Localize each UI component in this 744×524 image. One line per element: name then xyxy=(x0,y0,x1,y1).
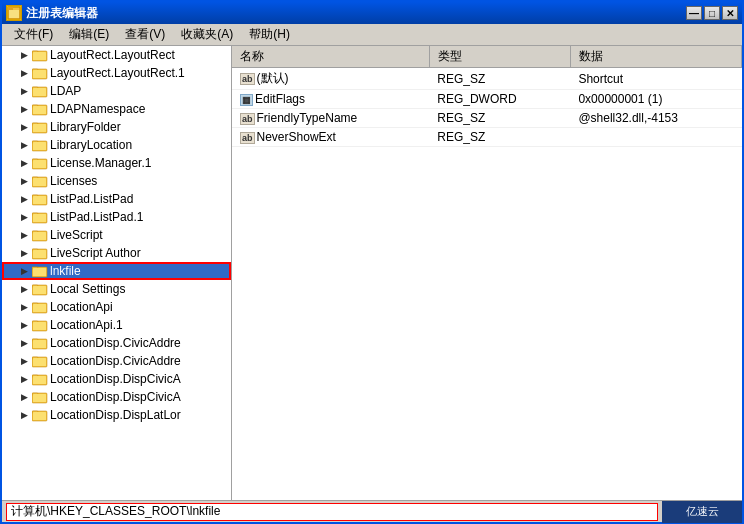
svg-rect-38 xyxy=(33,250,46,258)
tree-item[interactable]: ▶ LocationDisp.CivicAddre xyxy=(2,334,231,352)
menu-item[interactable]: 收藏夹(A) xyxy=(173,24,241,45)
expand-arrow-icon[interactable]: ▶ xyxy=(18,229,30,241)
menu-item[interactable]: 编辑(E) xyxy=(61,24,117,45)
expand-arrow-icon[interactable]: ▶ xyxy=(18,85,30,97)
folder-icon xyxy=(32,102,48,116)
expand-arrow-icon[interactable]: ▶ xyxy=(18,283,30,295)
tree-item[interactable]: ▶ LocationApi xyxy=(2,298,231,316)
folder-icon xyxy=(32,372,48,386)
right-values-panel[interactable]: 名称 类型 数据 ab(默认)REG_SZShortcut▦EditFlagsR… xyxy=(232,46,742,500)
table-row[interactable]: ▦EditFlagsREG_DWORD0x00000001 (1) xyxy=(232,90,742,109)
folder-icon xyxy=(32,120,48,134)
expand-arrow-icon[interactable]: ▶ xyxy=(18,373,30,385)
tree-item[interactable]: ▶ LayoutRect.LayoutRect xyxy=(2,46,231,64)
svg-rect-56 xyxy=(33,358,46,366)
expand-arrow-icon[interactable]: ▶ xyxy=(18,391,30,403)
tree-item-label: LocationDisp.CivicAddre xyxy=(50,354,181,368)
tree-item[interactable]: ▶ Local Settings xyxy=(2,280,231,298)
expand-arrow-icon[interactable]: ▶ xyxy=(18,49,30,61)
close-button[interactable]: ✕ xyxy=(722,6,738,20)
value-name: abNeverShowExt xyxy=(232,128,429,147)
tree-item[interactable]: ▶ LocationDisp.DispLatLor xyxy=(2,406,231,424)
tree-item[interactable]: ▶ ListPad.ListPad.1 xyxy=(2,208,231,226)
value-data: 0x00000001 (1) xyxy=(570,90,741,109)
tree-item[interactable]: ▶ LocationDisp.DispCivicA xyxy=(2,370,231,388)
value-name: abFriendlyTypeName xyxy=(232,109,429,128)
folder-icon xyxy=(32,300,48,314)
tree-item[interactable]: ▶ LiveScript xyxy=(2,226,231,244)
svg-rect-5 xyxy=(33,52,46,60)
window-title: 注册表编辑器 xyxy=(26,5,98,22)
folder-icon xyxy=(32,84,48,98)
svg-rect-53 xyxy=(33,340,46,348)
expand-arrow-icon[interactable]: ▶ xyxy=(18,337,30,349)
minimize-button[interactable]: — xyxy=(686,6,702,20)
svg-rect-62 xyxy=(33,394,46,402)
menu-item[interactable]: 文件(F) xyxy=(6,24,61,45)
value-data xyxy=(570,128,741,147)
expand-arrow-icon[interactable]: ▶ xyxy=(18,301,30,313)
value-name: ab(默认) xyxy=(232,68,429,90)
brand-text: 亿速云 xyxy=(686,504,719,519)
tree-item[interactable]: ▶ LDAPNamespace xyxy=(2,100,231,118)
tree-item[interactable]: ▶ Licenses xyxy=(2,172,231,190)
expand-arrow-icon[interactable]: ▶ xyxy=(18,247,30,259)
value-type: REG_SZ xyxy=(429,128,570,147)
folder-icon xyxy=(32,156,48,170)
expand-arrow-icon[interactable]: ▶ xyxy=(18,265,30,277)
svg-rect-23 xyxy=(33,160,46,168)
status-bar: 计算机\HKEY_CLASSES_ROOT\lnkfile 亿速云 xyxy=(2,500,742,522)
expand-arrow-icon[interactable]: ▶ xyxy=(18,355,30,367)
folder-icon xyxy=(32,210,48,224)
tree-item[interactable]: ▶ LiveScript Author xyxy=(2,244,231,262)
folder-icon xyxy=(32,336,48,350)
table-row[interactable]: abFriendlyTypeNameREG_SZ@shell32.dll,-41… xyxy=(232,109,742,128)
table-row[interactable]: abNeverShowExtREG_SZ xyxy=(232,128,742,147)
tree-item[interactable]: ▶ LocationDisp.DispCivicA xyxy=(2,388,231,406)
expand-arrow-icon[interactable]: ▶ xyxy=(18,175,30,187)
menu-item[interactable]: 帮助(H) xyxy=(241,24,298,45)
tree-item-label: LDAP xyxy=(50,84,81,98)
tree-item[interactable]: ▶ LibraryFolder xyxy=(2,118,231,136)
tree-item[interactable]: ▶ ListPad.ListPad xyxy=(2,190,231,208)
maximize-button[interactable]: □ xyxy=(704,6,720,20)
expand-arrow-icon[interactable]: ▶ xyxy=(18,103,30,115)
tree-item[interactable]: ▶ LibraryLocation xyxy=(2,136,231,154)
expand-arrow-icon[interactable]: ▶ xyxy=(18,409,30,421)
expand-arrow-icon[interactable]: ▶ xyxy=(18,121,30,133)
expand-arrow-icon[interactable]: ▶ xyxy=(18,193,30,205)
tree-item-label: LibraryFolder xyxy=(50,120,121,134)
svg-rect-35 xyxy=(33,232,46,240)
expand-arrow-icon[interactable]: ▶ xyxy=(18,67,30,79)
tree-item[interactable]: ▶ LocationDisp.CivicAddre xyxy=(2,352,231,370)
svg-rect-14 xyxy=(33,106,46,114)
expand-arrow-icon[interactable]: ▶ xyxy=(18,319,30,331)
tree-item[interactable]: ▶ LDAP xyxy=(2,82,231,100)
tree-item-label: LiveScript Author xyxy=(50,246,141,260)
tree-item-label: ListPad.ListPad xyxy=(50,192,133,206)
value-name: ▦EditFlags xyxy=(232,90,429,109)
folder-icon xyxy=(32,138,48,152)
status-path: 计算机\HKEY_CLASSES_ROOT\lnkfile xyxy=(6,503,658,521)
folder-icon xyxy=(32,66,48,80)
tree-item[interactable]: ▶ LayoutRect.LayoutRect.1 xyxy=(2,64,231,82)
tree-item[interactable]: ▶ License.Manager.1 xyxy=(2,154,231,172)
folder-icon xyxy=(32,408,48,422)
svg-rect-50 xyxy=(33,322,46,330)
tree-item-label: LocationApi xyxy=(50,300,113,314)
tree-item-label: LDAPNamespace xyxy=(50,102,145,116)
expand-arrow-icon[interactable]: ▶ xyxy=(18,139,30,151)
table-row[interactable]: ab(默认)REG_SZShortcut xyxy=(232,68,742,90)
svg-rect-47 xyxy=(33,304,46,312)
path-text: 计算机\HKEY_CLASSES_ROOT\lnkfile xyxy=(11,503,220,520)
expand-arrow-icon[interactable]: ▶ xyxy=(18,211,30,223)
menu-item[interactable]: 查看(V) xyxy=(117,24,173,45)
tree-item-label: LiveScript xyxy=(50,228,103,242)
tree-item[interactable]: ▶ LocationApi.1 xyxy=(2,316,231,334)
expand-arrow-icon[interactable]: ▶ xyxy=(18,157,30,169)
col-type: 类型 xyxy=(429,46,570,68)
tree-item[interactable]: ▶ lnkfile xyxy=(2,262,231,280)
svg-rect-8 xyxy=(33,70,46,78)
svg-rect-59 xyxy=(33,376,46,384)
left-tree-panel[interactable]: ▶ LayoutRect.LayoutRect▶ LayoutRect.Layo… xyxy=(2,46,232,500)
